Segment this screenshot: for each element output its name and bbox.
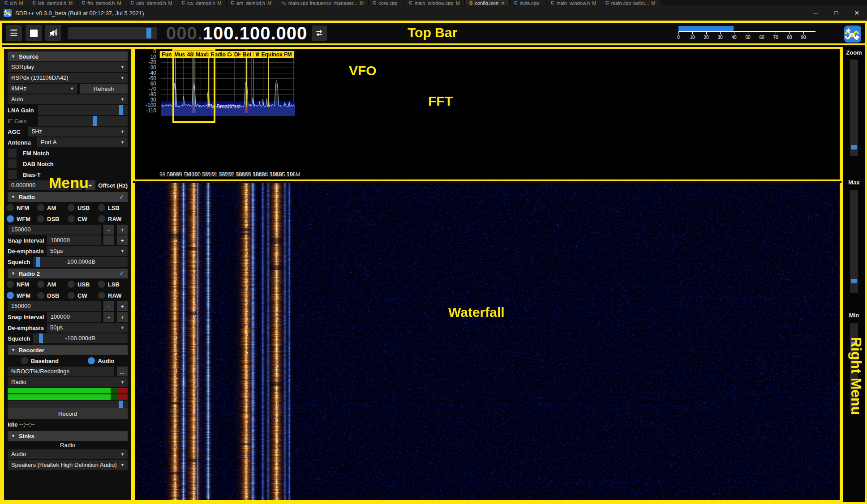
recorder-volume-slider[interactable]: [8, 401, 128, 408]
gain-mode-select[interactable]: Auto▼: [8, 94, 128, 104]
maximize-button[interactable]: □: [826, 5, 846, 21]
editor-tab[interactable]: Cmain_window.cppM: [404, 0, 464, 5]
squelch-slider[interactable]: -100.000dB: [33, 257, 128, 267]
if-gain-handle[interactable]: [93, 116, 97, 126]
mode-option-raw[interactable]: RAW: [98, 290, 129, 300]
mode-option-wfm[interactable]: WFM: [7, 214, 37, 224]
agc-select[interactable]: 5Hz▼: [28, 127, 128, 137]
offset-input[interactable]: 0.000000: [8, 180, 69, 190]
fm-notch-checkbox[interactable]: [8, 149, 17, 158]
bandwidth-plus-button[interactable]: +: [117, 301, 128, 311]
mode-option-lsb[interactable]: LSB: [98, 279, 129, 289]
editor-tab[interactable]: ⌥main.cpp frequency_manager...M: [276, 0, 369, 5]
waterfall-canvas[interactable]: [135, 183, 840, 500]
recorder-stream-select[interactable]: Radio▼: [8, 377, 128, 387]
recorder-baseband-option[interactable]: Baseband: [21, 356, 59, 366]
fft-display[interactable]: 0-10-20-30-40-50-60-70-80-90-100-110 Fun…: [133, 47, 841, 181]
offset-minus-button[interactable]: -: [71, 180, 82, 190]
sink-device-select[interactable]: Speakers (Realtek High Definition Audio)…: [8, 460, 128, 470]
radio2-bandwidth-input[interactable]: 150000: [8, 301, 101, 311]
bias-t-checkbox[interactable]: [8, 170, 17, 179]
recorder-section-header[interactable]: ▼ Recorder: [8, 345, 128, 355]
bandwidth-minus-button[interactable]: -: [103, 225, 114, 235]
station-label[interactable]: Equinox FM: [259, 51, 294, 58]
zoom-slider[interactable]: [850, 60, 858, 156]
mode-option-cw[interactable]: CW: [68, 290, 98, 300]
editor-tab[interactable]: Clsb_demod.hM: [28, 0, 77, 5]
mode-option-am[interactable]: AM: [37, 203, 68, 213]
frequency-lit-digits: 100.100.000: [203, 23, 307, 43]
max-slider[interactable]: [850, 190, 858, 293]
deemphasis-select[interactable]: 50µs▼: [47, 323, 128, 333]
dab-notch-checkbox[interactable]: [8, 159, 17, 168]
waterfall-display[interactable]: Waterfall: [133, 183, 841, 502]
enabled-check-icon[interactable]: ✓: [119, 193, 124, 201]
snap-minus-button[interactable]: -: [103, 235, 114, 245]
enabled-check-icon[interactable]: ✓: [119, 269, 124, 278]
mode-option-usb[interactable]: USB: [68, 279, 98, 289]
editor-tab-label: usb_demod.h: [136, 0, 166, 5]
recorder-audio-option[interactable]: Audio: [88, 356, 114, 366]
mute-button[interactable]: [45, 25, 61, 41]
editor-tab[interactable]: Cfm_demod.hM: [77, 0, 126, 5]
mode-option-dsb[interactable]: DSB: [37, 290, 68, 300]
frequency-display[interactable]: 000.100.100.000: [166, 23, 307, 43]
frequency-dim-digits: 000.: [166, 23, 203, 43]
mode-option-dsb[interactable]: DSB: [37, 214, 68, 224]
antenna-select[interactable]: Port A▼: [37, 137, 128, 147]
swap-button[interactable]: [312, 26, 327, 41]
source-driver-select[interactable]: SDRplay▼: [8, 62, 128, 72]
bandwidth-minus-button[interactable]: -: [103, 301, 114, 311]
mode-option-raw[interactable]: RAW: [98, 214, 129, 224]
editor-tab[interactable]: Cstyle.cpp: [510, 0, 546, 5]
stop-button[interactable]: [26, 25, 42, 41]
editor-tab[interactable]: Cd.hM: [0, 0, 28, 5]
bandwidth-select[interactable]: 8MHz▼: [8, 84, 77, 94]
zoom-slider-handle[interactable]: [851, 145, 857, 149]
mode-option-nfm[interactable]: NFM: [7, 203, 37, 213]
editor-tab[interactable]: Cusb_demod.hM: [126, 0, 177, 5]
sinks-section-header[interactable]: ▼ Sinks: [8, 431, 128, 441]
mode-option-usb[interactable]: USB: [68, 203, 98, 213]
source-device-select[interactable]: RSPdx (191106DA42)▼: [8, 73, 128, 83]
mode-option-nfm[interactable]: NFM: [7, 279, 37, 289]
snap-plus-button[interactable]: +: [117, 235, 128, 245]
volume-slider[interactable]: [68, 27, 157, 39]
record-button[interactable]: Record: [8, 408, 128, 419]
radio-section-header[interactable]: ▼ Radio ✓: [8, 192, 128, 202]
source-section-header[interactable]: ▼ Source: [8, 51, 128, 61]
max-slider-handle[interactable]: [851, 279, 857, 283]
editor-tab[interactable]: Cam_demod.hM: [227, 0, 277, 5]
refresh-button[interactable]: Refresh: [80, 84, 128, 94]
radio-bandwidth-input[interactable]: 150000: [8, 225, 101, 235]
snap-interval-input[interactable]: 100000: [47, 312, 101, 322]
editor-tab[interactable]: Ccw_demod.hM: [177, 0, 227, 5]
deemphasis-select[interactable]: 50µs▼: [47, 246, 128, 256]
mode-option-lsb[interactable]: LSB: [98, 203, 129, 213]
close-button[interactable]: ✕: [846, 5, 867, 21]
mode-option-cw[interactable]: CW: [68, 214, 98, 224]
recorder-volume-handle[interactable]: [119, 401, 123, 408]
squelch-slider[interactable]: -100.000dB: [33, 333, 128, 343]
mode-option-wfm[interactable]: WFM: [7, 290, 37, 300]
snap-interval-input[interactable]: 100000: [47, 235, 101, 245]
minimize-button[interactable]: ─: [805, 5, 826, 21]
radio2-section-header[interactable]: ▼ Radio 2 ✓: [8, 269, 128, 278]
volume-slider-handle[interactable]: [146, 28, 151, 38]
editor-tab[interactable]: Cmain_window.hM: [546, 0, 601, 5]
if-gain-slider[interactable]: [38, 116, 128, 126]
editor-tab[interactable]: Ccore.cpp: [369, 0, 404, 5]
browse-button[interactable]: ...: [117, 367, 128, 376]
editor-tab[interactable]: {}config.json✕: [465, 0, 510, 5]
menu-toggle-button[interactable]: ☰: [6, 25, 22, 41]
sink-type-select[interactable]: Audio▼: [8, 449, 128, 459]
recording-path-input[interactable]: %ROOT%/Recordings: [8, 367, 114, 376]
offset-plus-button[interactable]: +: [85, 180, 95, 190]
lna-gain-handle[interactable]: [119, 105, 123, 115]
snap-minus-button[interactable]: -: [103, 312, 114, 322]
snap-plus-button[interactable]: +: [117, 312, 128, 322]
editor-tab[interactable]: Cmain.cpp radio\...M: [601, 0, 661, 5]
bandwidth-plus-button[interactable]: +: [117, 225, 128, 235]
lna-gain-slider[interactable]: [38, 105, 128, 115]
mode-option-am[interactable]: AM: [37, 279, 68, 289]
